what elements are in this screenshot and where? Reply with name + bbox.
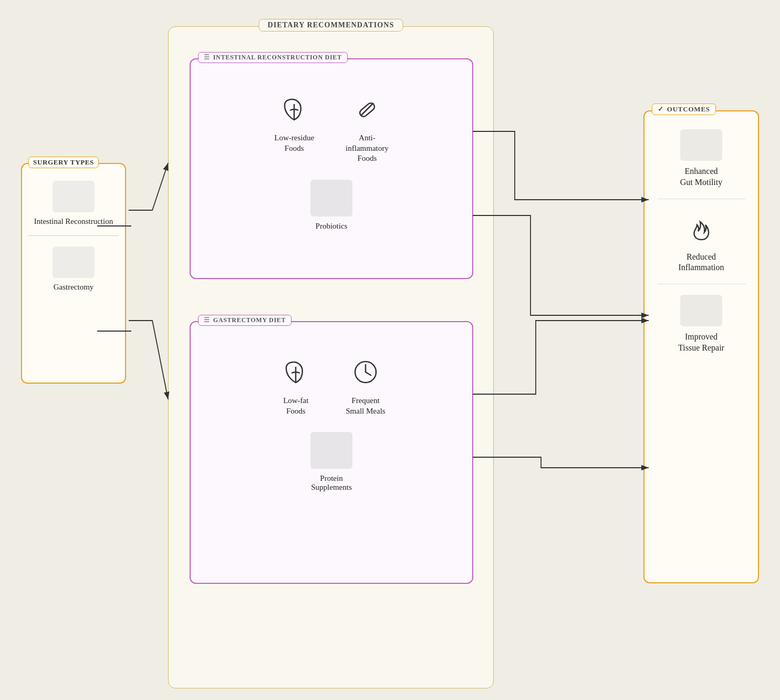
repair-icon [680, 295, 722, 326]
small-meals-label: FrequentSmall Meals [346, 396, 385, 416]
low-fat-label: Low-fatFoods [283, 396, 308, 416]
check-icon: ✓ [658, 105, 664, 114]
gastrectomy-diet-items: Low-fatFoods FrequentSmall Meals [201, 354, 462, 416]
gut-motility-item: EnhancedGut Motility [652, 129, 751, 188]
clock-icon [347, 354, 384, 390]
surgery-item-gastrectomy: Gastrectomy [28, 246, 119, 293]
outcomes-label: ✓ OUTCOMES [652, 104, 716, 115]
probiotics-icon [310, 180, 352, 217]
tissue-repair-label: ImprovedTissue Repair [678, 332, 724, 354]
gut-icon [680, 129, 722, 161]
menu-icon-gastrectomy: ☰ [204, 316, 210, 324]
probiotics-item: Probiotics [310, 180, 352, 231]
outcome-divider-1 [657, 199, 745, 199]
flame-icon [683, 210, 720, 246]
outcomes-box: ✓ OUTCOMES EnhancedGut Motility ReducedI… [643, 110, 759, 583]
inflammation-item: ReducedInflammation [652, 210, 751, 274]
gastrectomy-diet-label: ☰ GASTRECTOMY DIET [198, 315, 292, 326]
protein-icon [310, 432, 352, 469]
gut-motility-label: EnhancedGut Motility [680, 166, 722, 188]
leaf-icon [276, 91, 313, 128]
protein-label: ProteinSupplements [311, 474, 352, 492]
diagram-container: SURGERY TYPES Intestinal Reconstruction … [16, 16, 764, 684]
surgery-types-label: SURGERY TYPES [28, 157, 99, 168]
anti-inflammatory-label: Anti-inflammatoryFoods [346, 133, 389, 164]
low-residue-item: Low-residueFoods [274, 91, 314, 164]
probiotics-label: Probiotics [316, 222, 348, 231]
surgery-divider [28, 235, 119, 236]
protein-item: ProteinSupplements [310, 432, 352, 492]
leaf-icon-2 [277, 354, 314, 390]
svg-line-4 [366, 372, 371, 375]
surgery-types-box: SURGERY TYPES Intestinal Reconstruction … [21, 163, 126, 384]
small-meals-item: FrequentSmall Meals [346, 354, 385, 416]
protein-row: ProteinSupplements [201, 432, 462, 492]
intestinal-diet-items: Low-residueFoods Anti-inflammatoryFoods [201, 91, 462, 164]
tissue-repair-item: ImprovedTissue Repair [652, 295, 751, 354]
intestinal-label: Intestinal Reconstruction [34, 217, 113, 227]
outcome-divider-2 [657, 284, 745, 284]
menu-icon-intestinal: ☰ [204, 54, 210, 61]
intestinal-icon-placeholder [53, 181, 95, 212]
pill-icon [349, 91, 386, 128]
dietary-label: DIETARY RECOMMENDATIONS [259, 19, 403, 32]
intestinal-diet-box: ☰ INTESTINAL RECONSTRUCTION DIET Low-res… [190, 58, 473, 279]
probiotics-row: Probiotics [201, 180, 462, 231]
low-residue-label: Low-residueFoods [274, 133, 314, 153]
anti-inflammatory-item: Anti-inflammatoryFoods [346, 91, 389, 164]
inflammation-label: ReducedInflammation [678, 252, 724, 274]
surgery-item-intestinal: Intestinal Reconstruction [28, 181, 119, 227]
gastrectomy-icon-placeholder [53, 246, 95, 278]
gastrectomy-label: Gastrectomy [54, 282, 94, 293]
dietary-box: DIETARY RECOMMENDATIONS ☰ INTESTINAL REC… [168, 26, 494, 688]
low-fat-item: Low-fatFoods [277, 354, 314, 416]
intestinal-diet-label: ☰ INTESTINAL RECONSTRUCTION DIET [198, 52, 348, 63]
gastrectomy-diet-box: ☰ GASTRECTOMY DIET Low-fatFoods [190, 321, 473, 584]
